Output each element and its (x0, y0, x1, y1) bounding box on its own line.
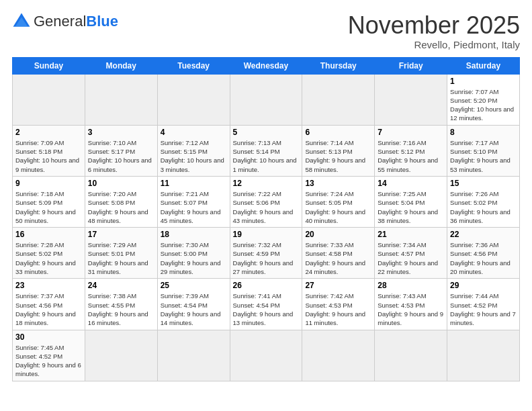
day-number: 7 (378, 128, 444, 137)
day-number: 5 (233, 128, 300, 137)
day-number: 19 (233, 230, 300, 239)
day-number: 8 (450, 128, 517, 137)
day-number: 16 (15, 230, 82, 239)
title-block: November 2025 Revello, Piedmont, Italy (348, 12, 520, 50)
calendar-cell: 4Sunrise: 7:12 AMSunset: 5:15 PMDaylight… (157, 125, 230, 176)
day-info: Sunrise: 7:43 AMSunset: 4:53 PMDaylight:… (378, 291, 444, 327)
day-number: 9 (15, 179, 82, 188)
day-info: Sunrise: 7:25 AMSunset: 5:04 PMDaylight:… (378, 189, 444, 225)
day-info: Sunrise: 7:42 AMSunset: 4:53 PMDaylight:… (305, 291, 371, 327)
weekday-saturday: Saturday (447, 57, 520, 74)
calendar-cell: 1Sunrise: 7:07 AMSunset: 5:20 PMDaylight… (447, 74, 520, 125)
calendar-cell: 29Sunrise: 7:44 AMSunset: 4:52 PMDayligh… (447, 279, 520, 330)
day-number: 23 (15, 281, 82, 290)
calendar-cell: 17Sunrise: 7:29 AMSunset: 5:01 PMDayligh… (85, 228, 157, 279)
calendar-cell (157, 330, 230, 381)
calendar-cell (302, 74, 375, 125)
calendar-cell (230, 330, 302, 381)
calendar-table: SundayMondayTuesdayWednesdayThursdayFrid… (12, 57, 520, 381)
day-number: 1 (450, 77, 517, 86)
day-number: 13 (305, 179, 371, 188)
day-info: Sunrise: 7:39 AMSunset: 4:54 PMDaylight:… (161, 291, 227, 327)
day-number: 20 (305, 230, 371, 239)
day-info: Sunrise: 7:44 AMSunset: 4:52 PMDaylight:… (450, 291, 517, 327)
calendar-cell: 9Sunrise: 7:18 AMSunset: 5:09 PMDaylight… (13, 176, 85, 227)
day-info: Sunrise: 7:26 AMSunset: 5:02 PMDaylight:… (450, 189, 517, 225)
day-info: Sunrise: 7:17 AMSunset: 5:10 PMDaylight:… (450, 138, 517, 174)
day-number: 24 (88, 281, 154, 290)
day-info: Sunrise: 7:18 AMSunset: 5:09 PMDaylight:… (15, 189, 82, 225)
calendar-cell (157, 74, 230, 125)
day-number: 28 (378, 281, 444, 290)
weekday-thursday: Thursday (302, 57, 375, 74)
calendar-cell: 20Sunrise: 7:33 AMSunset: 4:58 PMDayligh… (302, 228, 375, 279)
calendar-cell: 23Sunrise: 7:37 AMSunset: 4:56 PMDayligh… (13, 279, 85, 330)
day-info: Sunrise: 7:21 AMSunset: 5:07 PMDaylight:… (161, 189, 227, 225)
day-number: 17 (88, 230, 154, 239)
day-number: 12 (233, 179, 300, 188)
logo-icon (12, 12, 31, 31)
calendar-cell: 11Sunrise: 7:21 AMSunset: 5:07 PMDayligh… (157, 176, 230, 227)
calendar-cell: 27Sunrise: 7:42 AMSunset: 4:53 PMDayligh… (302, 279, 375, 330)
day-info: Sunrise: 7:36 AMSunset: 4:56 PMDaylight:… (450, 240, 517, 276)
calendar-cell: 8Sunrise: 7:17 AMSunset: 5:10 PMDaylight… (447, 125, 520, 176)
calendar-cell: 2Sunrise: 7:09 AMSunset: 5:18 PMDaylight… (13, 125, 85, 176)
day-info: Sunrise: 7:37 AMSunset: 4:56 PMDaylight:… (15, 291, 82, 327)
day-number: 22 (450, 230, 517, 239)
calendar-week-4: 16Sunrise: 7:28 AMSunset: 5:02 PMDayligh… (13, 228, 520, 279)
day-info: Sunrise: 7:14 AMSunset: 5:13 PMDaylight:… (305, 138, 371, 174)
weekday-sunday: Sunday (13, 57, 85, 74)
day-info: Sunrise: 7:07 AMSunset: 5:20 PMDaylight:… (450, 87, 517, 123)
calendar-cell (375, 330, 447, 381)
calendar-cell: 21Sunrise: 7:34 AMSunset: 4:57 PMDayligh… (375, 228, 447, 279)
calendar-cell (447, 330, 520, 381)
calendar-cell: 19Sunrise: 7:32 AMSunset: 4:59 PMDayligh… (230, 228, 302, 279)
calendar-cell: 14Sunrise: 7:25 AMSunset: 5:04 PMDayligh… (375, 176, 447, 227)
day-number: 4 (161, 128, 227, 137)
day-info: Sunrise: 7:34 AMSunset: 4:57 PMDaylight:… (378, 240, 444, 276)
weekday-friday: Friday (375, 57, 447, 74)
calendar-cell: 10Sunrise: 7:20 AMSunset: 5:08 PMDayligh… (85, 176, 157, 227)
calendar-cell: 28Sunrise: 7:43 AMSunset: 4:53 PMDayligh… (375, 279, 447, 330)
day-number: 21 (378, 230, 444, 239)
day-info: Sunrise: 7:16 AMSunset: 5:12 PMDaylight:… (378, 138, 444, 174)
day-number: 2 (15, 128, 82, 137)
weekday-wednesday: Wednesday (230, 57, 302, 74)
day-info: Sunrise: 7:24 AMSunset: 5:05 PMDaylight:… (305, 189, 371, 225)
day-info: Sunrise: 7:33 AMSunset: 4:58 PMDaylight:… (305, 240, 371, 276)
day-number: 29 (450, 281, 517, 290)
calendar-cell: 30Sunrise: 7:45 AMSunset: 4:52 PMDayligh… (13, 330, 85, 381)
day-number: 30 (15, 332, 82, 342)
day-info: Sunrise: 7:22 AMSunset: 5:06 PMDaylight:… (233, 189, 300, 225)
calendar-cell (302, 330, 375, 381)
calendar-cell: 5Sunrise: 7:13 AMSunset: 5:14 PMDaylight… (230, 125, 302, 176)
calendar-header: GeneralBlue November 2025 Revello, Piedm… (12, 12, 520, 50)
day-number: 11 (161, 179, 227, 188)
calendar-cell: 7Sunrise: 7:16 AMSunset: 5:12 PMDaylight… (375, 125, 447, 176)
logo: GeneralBlue (12, 12, 118, 31)
calendar-cell: 26Sunrise: 7:41 AMSunset: 4:54 PMDayligh… (230, 279, 302, 330)
day-info: Sunrise: 7:09 AMSunset: 5:18 PMDaylight:… (15, 138, 82, 174)
day-info: Sunrise: 7:28 AMSunset: 5:02 PMDaylight:… (15, 240, 82, 276)
day-number: 14 (378, 179, 444, 188)
calendar-week-5: 23Sunrise: 7:37 AMSunset: 4:56 PMDayligh… (13, 279, 520, 330)
month-title: November 2025 (348, 12, 520, 39)
calendar-cell (230, 74, 302, 125)
day-number: 3 (88, 128, 154, 137)
day-number: 15 (450, 179, 517, 188)
calendar-cell: 24Sunrise: 7:38 AMSunset: 4:55 PMDayligh… (85, 279, 157, 330)
day-info: Sunrise: 7:41 AMSunset: 4:54 PMDaylight:… (233, 291, 300, 327)
weekday-tuesday: Tuesday (157, 57, 230, 74)
day-number: 25 (161, 281, 227, 290)
day-number: 27 (305, 281, 371, 290)
calendar-cell: 3Sunrise: 7:10 AMSunset: 5:17 PMDaylight… (85, 125, 157, 176)
day-number: 26 (233, 281, 300, 290)
calendar-cell (85, 330, 157, 381)
calendar-cell: 12Sunrise: 7:22 AMSunset: 5:06 PMDayligh… (230, 176, 302, 227)
calendar-week-1: 1Sunrise: 7:07 AMSunset: 5:20 PMDaylight… (13, 74, 520, 125)
calendar-cell (85, 74, 157, 125)
day-info: Sunrise: 7:20 AMSunset: 5:08 PMDaylight:… (88, 189, 154, 225)
calendar-cell: 18Sunrise: 7:30 AMSunset: 5:00 PMDayligh… (157, 228, 230, 279)
location: Revello, Piedmont, Italy (348, 39, 520, 50)
day-number: 18 (161, 230, 227, 239)
